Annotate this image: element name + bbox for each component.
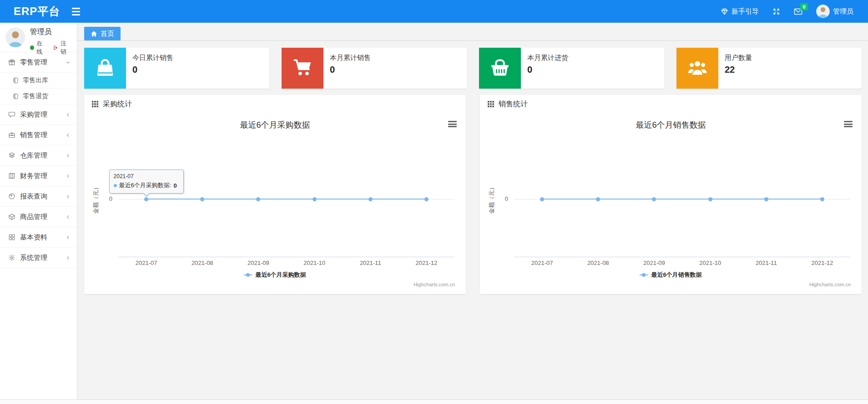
users-icon: [676, 48, 718, 89]
x-axis-line: [514, 257, 850, 257]
sidebar-item-label: 基本资料: [20, 233, 61, 242]
sidebar-item-retail-outbound[interactable]: 零售出库: [0, 73, 77, 89]
data-point-2021-08[interactable]: [596, 197, 600, 201]
sidebar-menu: 零售管理 零售出库 零售退货 采购管理 销售管理: [0, 52, 77, 268]
stat-card-label: 用户数量: [725, 54, 752, 62]
chevron-left-icon: [66, 153, 71, 158]
stat-card-label: 本月累计进货: [527, 54, 568, 62]
grid-icon: [8, 234, 15, 241]
sidebar-item-label: 零售退货: [23, 92, 71, 100]
hamburger-icon[interactable]: [69, 5, 83, 18]
data-point-2021-08[interactable]: [200, 197, 204, 201]
page-footer: [0, 399, 868, 404]
data-point-2021-09[interactable]: [256, 197, 260, 201]
panel-title: 采购统计: [103, 100, 132, 109]
th-grid-icon: [92, 101, 99, 108]
x-axis-tick-label: 2021-07: [522, 259, 563, 266]
data-point-2021-07[interactable]: [144, 197, 148, 201]
x-axis-tick-label: 2021-11: [746, 259, 787, 266]
stat-card-label: 今日累计销售: [132, 54, 173, 62]
pie-chart-icon: [8, 193, 15, 200]
sidebar-item-system-management[interactable]: 系统管理: [0, 248, 77, 268]
data-point-2021-12[interactable]: [424, 197, 429, 201]
legend-item[interactable]: 最近6个月销售数据: [640, 271, 701, 279]
stat-card-body: 本月累计进货 0: [521, 48, 568, 89]
x-axis-tick-label: 2021-09: [634, 259, 675, 266]
chart-context-menu-button[interactable]: [448, 121, 457, 127]
sidebar-item-label: 仓库管理: [20, 151, 61, 160]
guide-link[interactable]: 新手引导: [721, 7, 759, 16]
chart-title: 最近6个月采购数据: [84, 120, 466, 130]
comment-icon: [8, 111, 15, 118]
th-grid-icon: [488, 101, 495, 108]
navbar-right: 新手引导 0 管理员: [721, 5, 868, 18]
data-point-2021-11[interactable]: [764, 197, 768, 201]
data-point-2021-09[interactable]: [652, 197, 656, 201]
data-point-2021-07[interactable]: [540, 197, 544, 201]
fullscreen-button[interactable]: [772, 8, 780, 15]
logout-label: 注销: [61, 40, 71, 56]
sidebar: 管理员 在线 注销 零售管理 零售出库: [0, 23, 77, 404]
panel-title: 销售统计: [499, 100, 528, 109]
x-axis-tick-label: 2021-08: [182, 259, 223, 266]
data-point-2021-11[interactable]: [368, 197, 373, 201]
stat-cards-row: 今日累计销售 0 本月累计销售 0 本月累计进货 0: [84, 48, 862, 89]
y-axis-tick-label: 0: [96, 195, 112, 203]
x-axis-tick-label: 2021-07: [126, 259, 167, 266]
chevron-left-icon: [66, 235, 71, 240]
logout-link[interactable]: 注销: [53, 40, 71, 56]
online-status-label: 在线: [36, 40, 47, 56]
legend-marker-icon: [640, 274, 648, 275]
online-status-dot-icon: [30, 45, 34, 50]
sidebar-user-name: 管理员: [30, 27, 71, 37]
sidebar-item-label: 商品管理: [20, 213, 61, 221]
y-axis-tick-label: 0: [492, 195, 508, 203]
stat-card-today-sales: 今日累计销售 0: [84, 48, 269, 89]
x-axis-tick-label: 2021-08: [578, 259, 619, 266]
chevron-down-icon: [66, 60, 71, 65]
shopping-bag-icon: [84, 48, 126, 89]
sidebar-item-label: 报表查询: [20, 192, 61, 201]
stat-card-value: 0: [330, 65, 371, 75]
messages-button[interactable]: 0: [794, 8, 802, 15]
sidebar-user-panel: 管理员 在线 注销: [0, 23, 77, 52]
stat-card-user-count: 用户数量 22: [676, 48, 862, 89]
chevron-left-icon: [66, 174, 71, 179]
sidebar-item-label: 销售管理: [20, 131, 61, 140]
legend: 最近6个月销售数据: [480, 271, 862, 279]
sidebar-item-warehouse-management[interactable]: 仓库管理: [0, 145, 77, 166]
chevron-left-icon: [66, 194, 71, 199]
sidebar-item-purchase-management[interactable]: 采购管理: [0, 105, 77, 125]
tab-home[interactable]: 首页: [84, 27, 121, 40]
credits: Highcharts.com.cn: [809, 282, 851, 287]
sidebar-item-goods-management[interactable]: 商品管理: [0, 207, 77, 227]
tooltip-row: 最近6个月采购数据: 0: [114, 181, 179, 190]
data-point-2021-10[interactable]: [708, 197, 712, 201]
legend: 最近6个月采购数据: [84, 271, 466, 279]
x-axis-tick-label: 2021-09: [238, 259, 279, 266]
sales-chart: 最近6个月销售数据金额（元）02021-072021-082021-092021…: [480, 113, 862, 294]
app-brand[interactable]: ERP平台: [0, 4, 60, 19]
sidebar-item-basic-data[interactable]: 基本资料: [0, 227, 77, 248]
data-point-2021-12[interactable]: [820, 197, 824, 201]
sidebar-item-sales-management[interactable]: 销售管理: [0, 125, 77, 145]
home-icon: [91, 30, 97, 37]
gift-icon: [8, 59, 15, 66]
panel-header: 采购统计: [84, 95, 466, 113]
legend-item[interactable]: 最近6个月采购数据: [244, 271, 306, 279]
gem-icon: [721, 8, 728, 15]
sidebar-item-report-query[interactable]: 报表查询: [0, 186, 77, 207]
x-axis-tick-label: 2021-12: [406, 259, 447, 266]
chart-title: 最近6个月销售数据: [480, 120, 862, 130]
chart-context-menu-button[interactable]: [844, 121, 853, 127]
user-name: 管理员: [833, 7, 853, 16]
briefcase-icon: [8, 131, 15, 139]
user-menu[interactable]: 管理员: [816, 5, 853, 18]
sales-stats-panel: 销售统计 最近6个月销售数据金额（元）02021-072021-082021-0…: [480, 95, 862, 294]
tab-bar: 首页: [77, 23, 868, 41]
chevron-left-icon: [66, 214, 71, 219]
data-point-2021-10[interactable]: [313, 197, 317, 201]
sidebar-item-retail-returns[interactable]: 零售退货: [0, 89, 77, 105]
avatar: [5, 27, 25, 48]
sidebar-item-finance-management[interactable]: 财务管理: [0, 166, 77, 186]
